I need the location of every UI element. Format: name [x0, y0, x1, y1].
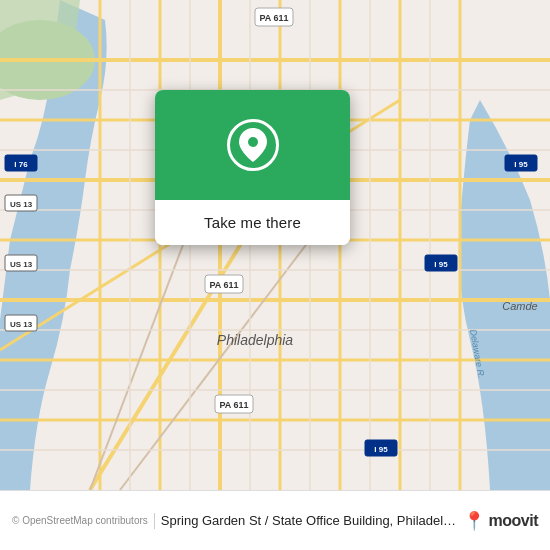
svg-text:I 76: I 76 — [14, 160, 28, 169]
svg-text:I 95: I 95 — [514, 160, 528, 169]
svg-text:PA 611: PA 611 — [209, 280, 238, 290]
svg-text:PA 611: PA 611 — [259, 13, 288, 23]
svg-text:Philadelphia: Philadelphia — [217, 332, 293, 348]
svg-point-56 — [248, 137, 258, 147]
location-popup: Take me there — [155, 90, 350, 245]
copyright-text: © OpenStreetMap contributors — [12, 515, 148, 526]
take-me-there-button[interactable]: Take me there — [155, 200, 350, 245]
svg-text:US 13: US 13 — [10, 200, 33, 209]
svg-text:US 13: US 13 — [10, 320, 33, 329]
svg-text:PA 611: PA 611 — [219, 400, 248, 410]
divider — [154, 513, 155, 529]
map-view[interactable]: PA 611 I 76 US 13 US 13 US 13 I 95 I 95 … — [0, 0, 550, 490]
location-label: Spring Garden St / State Office Building… — [161, 513, 457, 528]
popup-header — [155, 90, 350, 200]
bottom-bar: © OpenStreetMap contributors Spring Gard… — [0, 490, 550, 550]
svg-text:I 95: I 95 — [374, 445, 388, 454]
svg-text:US 13: US 13 — [10, 260, 33, 269]
svg-text:I 95: I 95 — [434, 260, 448, 269]
moovit-pin-icon: 📍 — [463, 510, 485, 532]
svg-text:Camde: Camde — [502, 300, 537, 312]
moovit-brand-text: moovit — [489, 512, 538, 530]
location-pin-icon — [227, 119, 279, 171]
moovit-logo: 📍 moovit — [463, 510, 538, 532]
